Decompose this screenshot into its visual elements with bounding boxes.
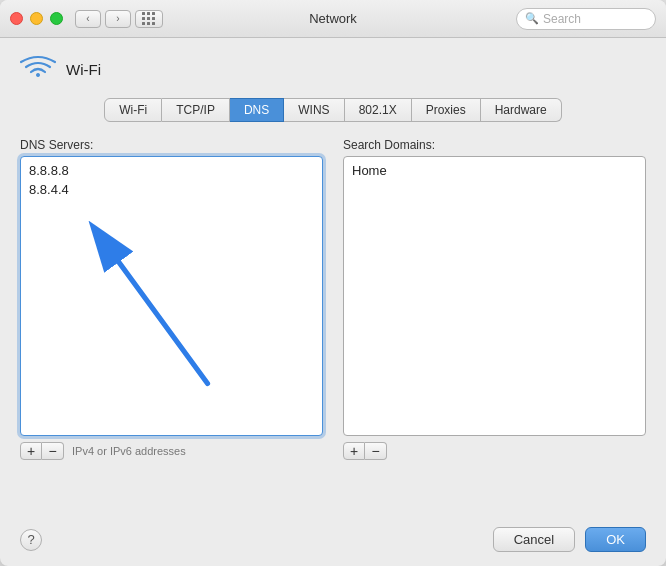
wifi-icon — [20, 54, 56, 84]
tab-hardware[interactable]: Hardware — [481, 98, 562, 122]
wifi-label: Wi-Fi — [66, 61, 101, 78]
add-domain-button[interactable]: + — [343, 442, 365, 460]
search-domains-list[interactable]: Home — [343, 156, 646, 436]
search-box[interactable]: 🔍 Search — [516, 8, 656, 30]
dns-servers-controls: + − IPv4 or IPv6 addresses — [20, 442, 323, 460]
dns-servers-col: DNS Servers: 8.8.8.8 8.8.4.4 — [20, 138, 323, 513]
tab-dns[interactable]: DNS — [230, 98, 284, 122]
search-icon: 🔍 — [525, 12, 539, 25]
tab-proxies[interactable]: Proxies — [412, 98, 481, 122]
wifi-header: Wi-Fi — [20, 54, 646, 84]
minimize-button[interactable] — [30, 12, 43, 25]
ok-button[interactable]: OK — [585, 527, 646, 552]
maximize-button[interactable] — [50, 12, 63, 25]
dns-servers-label: DNS Servers: — [20, 138, 323, 152]
add-dns-button[interactable]: + — [20, 442, 42, 460]
remove-dns-button[interactable]: − — [42, 442, 64, 460]
list-item[interactable]: Home — [344, 161, 645, 180]
close-button[interactable] — [10, 12, 23, 25]
help-button[interactable]: ? — [20, 529, 42, 551]
title-bar: ‹ › Network 🔍 Search — [0, 0, 666, 38]
remove-domain-button[interactable]: − — [365, 442, 387, 460]
tab-tcpip[interactable]: TCP/IP — [162, 98, 230, 122]
grid-button[interactable] — [135, 10, 163, 28]
nav-buttons: ‹ › — [75, 10, 131, 28]
grid-icon — [142, 12, 156, 26]
tab-bar: Wi-Fi TCP/IP DNS WINS 802.1X Proxies Har… — [20, 98, 646, 122]
content-area: Wi-Fi Wi-Fi TCP/IP DNS WINS 802.1X Proxi… — [0, 38, 666, 513]
tab-wifi[interactable]: Wi-Fi — [104, 98, 162, 122]
search-domains-controls: + − — [343, 442, 646, 460]
traffic-lights — [10, 12, 63, 25]
footer-buttons: Cancel OK — [493, 527, 646, 552]
window-title: Network — [309, 11, 357, 26]
footer: ? Cancel OK — [0, 513, 666, 566]
forward-button[interactable]: › — [105, 10, 131, 28]
search-domains-label: Search Domains: — [343, 138, 646, 152]
search-domains-col: Search Domains: Home + − — [343, 138, 646, 513]
dns-panel: DNS Servers: 8.8.8.8 8.8.4.4 — [20, 138, 646, 513]
cancel-button[interactable]: Cancel — [493, 527, 575, 552]
dns-hint: IPv4 or IPv6 addresses — [72, 445, 186, 457]
list-item[interactable]: 8.8.4.4 — [21, 180, 322, 199]
svg-line-1 — [110, 250, 208, 384]
tab-wins[interactable]: WINS — [284, 98, 344, 122]
main-window: ‹ › Network 🔍 Search — [0, 0, 666, 566]
search-placeholder: Search — [543, 12, 581, 26]
list-item[interactable]: 8.8.8.8 — [21, 161, 322, 180]
back-button[interactable]: ‹ — [75, 10, 101, 28]
dns-servers-list[interactable]: 8.8.8.8 8.8.4.4 — [20, 156, 323, 436]
tab-8021x[interactable]: 802.1X — [345, 98, 412, 122]
